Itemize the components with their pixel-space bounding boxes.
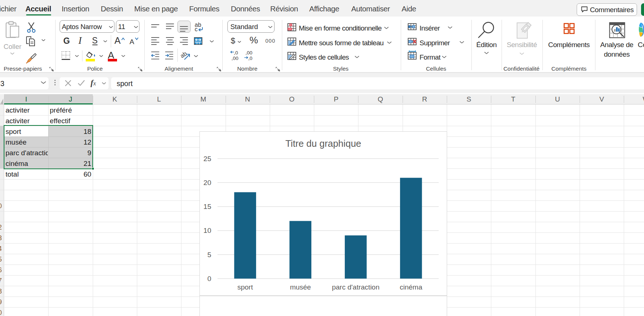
svg-text:cinéma: cinéma [400,283,422,291]
svg-text:Titre du graphique: Titre du graphique [285,138,361,149]
svg-text:25: 25 [203,155,211,163]
svg-text:20: 20 [203,179,211,187]
svg-text:,0: ,0 [234,50,238,56]
svg-text:5: 5 [207,251,211,259]
svg-text:15: 15 [203,203,211,210]
svg-text:c: c [195,26,198,32]
svg-text:10: 10 [203,227,211,234]
svg-text:,00: ,00 [245,50,252,56]
svg-text:0: 0 [207,275,211,283]
svg-text:musée: musée [290,283,311,291]
svg-text:sport: sport [237,283,253,291]
svg-text:,00: ,00 [231,56,238,61]
svg-text:parc d'atraction: parc d'atraction [332,283,379,291]
svg-text:ab: ab [181,50,188,59]
svg-text:,0: ,0 [248,56,252,61]
